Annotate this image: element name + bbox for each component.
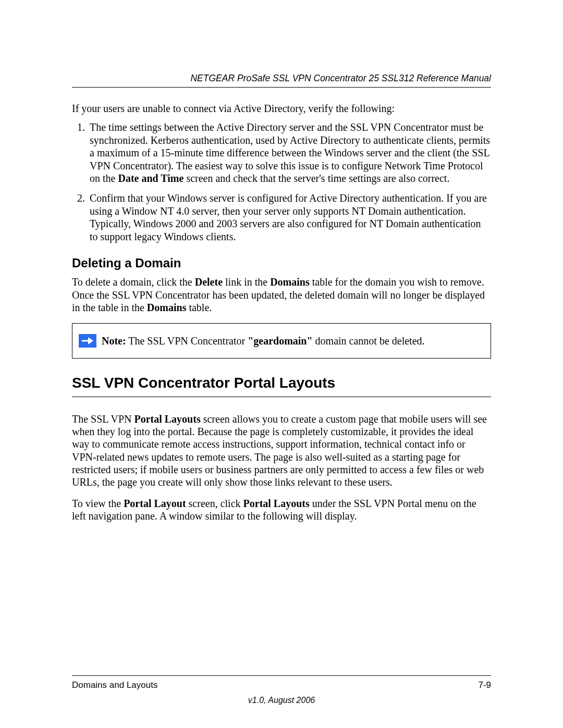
note-label: Note:: [102, 335, 126, 347]
portal-layouts-bold: Portal Layouts: [134, 413, 200, 425]
body-content: If your users are unable to connect via …: [72, 102, 491, 523]
footer-version: v1.0, August 2006: [0, 696, 563, 705]
delete-domain-paragraph: To delete a domain, click the Delete lin…: [72, 276, 491, 314]
note-callout: Note: The SSL VPN Concentrator "geardoma…: [72, 323, 491, 359]
text: screen, click: [186, 498, 243, 509]
portal-paragraph-1: The SSL VPN Portal Layouts screen allows…: [72, 413, 491, 489]
portal-paragraph-2: To view the Portal Layout screen, click …: [72, 497, 491, 523]
domains-bold: Domains: [147, 302, 187, 313]
list-item: The time settings between the Active Dir…: [88, 121, 491, 184]
domains-bold: Domains: [270, 276, 310, 288]
manual-page: NETGEAR ProSafe SSL VPN Concentrator 25 …: [0, 0, 563, 728]
heading-portal-layouts: SSL VPN Concentrator Portal Layouts: [72, 374, 491, 397]
text: To view the: [72, 498, 124, 509]
intro-paragraph: If your users are unable to connect via …: [72, 102, 491, 115]
verification-list: The time settings between the Active Dir…: [72, 121, 491, 243]
running-header: NETGEAR ProSafe SSL VPN Concentrator 25 …: [72, 73, 491, 88]
text: domain cannot be deleted.: [313, 335, 425, 347]
delete-bold: Delete: [195, 276, 223, 288]
footer-page-number: 7-9: [478, 680, 491, 690]
text: The SSL VPN: [72, 413, 134, 425]
list-text: screen and check that the server's time …: [183, 172, 449, 184]
text: link in the: [223, 276, 270, 288]
arrow-right-icon: [79, 334, 96, 348]
list-item: Confirm that your Windows server is conf…: [88, 192, 491, 243]
text: table.: [186, 302, 212, 313]
heading-deleting-domain: Deleting a Domain: [72, 255, 491, 270]
text: To delete a domain, click the: [72, 276, 195, 288]
page-footer: Domains and Layouts 7-9: [72, 675, 491, 690]
date-time-bold: Date and Time: [118, 172, 183, 184]
footer-section: Domains and Layouts: [72, 680, 157, 690]
portal-layout-bold: Portal Layout: [124, 498, 186, 509]
geardomain-bold: "geardomain": [248, 335, 312, 347]
note-text: Note: The SSL VPN Concentrator "geardoma…: [102, 335, 425, 347]
portal-layouts-bold: Portal Layouts: [243, 498, 310, 509]
list-text: Confirm that your Windows server is conf…: [90, 192, 487, 242]
text: The SSL VPN Concentrator: [126, 335, 248, 347]
